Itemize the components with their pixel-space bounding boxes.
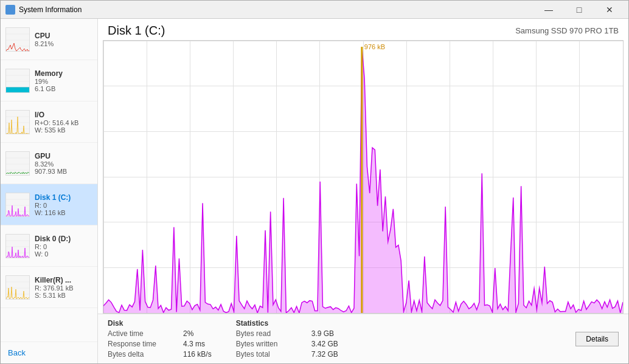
memory-label: Memory: [35, 69, 92, 78]
killer-thumbnail: [5, 275, 30, 300]
disk1-info: Disk 1 (C:) R: 0 W: 116 kB: [35, 193, 92, 216]
io-stat1: R+O: 516.4 kB: [35, 119, 92, 126]
gpu-stat1: 8.32%: [35, 160, 92, 168]
sidebar-item-killer[interactable]: Killer(R) ... R: 376.91 kB S: 5.31 kB: [1, 267, 97, 308]
io-stat2: W: 535 kB: [35, 126, 92, 134]
bytes-read-value: 3.9 GB: [311, 329, 334, 338]
active-time-label: Active time: [108, 329, 181, 338]
disk1-thumbnail: [5, 193, 30, 217]
stats-header-disk: Disk: [108, 319, 212, 328]
memory-thumbnail: [5, 69, 30, 93]
sidebar: CPU 8.21% Memory 19% 6.1 GB: [1, 19, 98, 363]
disk0-info: Disk 0 (D:) R: 0 W: 0: [35, 235, 92, 258]
memory-info: Memory 19% 6.1 GB: [35, 69, 92, 92]
bytes-total-label: Bytes total: [236, 350, 309, 359]
gpu-stat2: 907.93 MB: [35, 168, 92, 175]
close-button[interactable]: ✕: [596, 1, 624, 19]
content-area: CPU 8.21% Memory 19% 6.1 GB: [1, 19, 628, 363]
disk-title: Disk 1 (C:): [108, 24, 165, 38]
app-icon: [5, 5, 15, 15]
disk-section-label: Disk: [108, 319, 181, 328]
cpu-label: CPU: [35, 32, 92, 40]
bytes-total-value: 7.32 GB: [311, 350, 338, 359]
bytes-written-value: 3.42 GB: [311, 340, 338, 348]
minimize-button[interactable]: —: [535, 1, 563, 19]
bytes-written-label: Bytes written: [236, 340, 309, 348]
active-time-value: 2%: [183, 329, 193, 338]
response-time-label: Response time: [108, 340, 181, 348]
active-time-row: Active time 2%: [108, 329, 212, 338]
chart-area: [103, 40, 624, 314]
right-stats: Statistics Bytes read 3.9 GB Bytes writt…: [236, 319, 338, 359]
bytes-read-row: Bytes read 3.9 GB: [236, 329, 338, 338]
details-button[interactable]: Details: [575, 332, 619, 346]
window-controls: — □ ✕: [535, 1, 624, 19]
disk1-label: Disk 1 (C:): [35, 193, 92, 202]
sidebar-item-disk0[interactable]: Disk 0 (D:) R: 0 W: 0: [1, 225, 97, 267]
cpu-stat: 8.21%: [35, 40, 92, 47]
gpu-info: GPU 8.32% 907.93 MB: [35, 152, 92, 175]
disk1-stat2: W: 116 kB: [35, 209, 92, 216]
sidebar-item-memory[interactable]: Memory 19% 6.1 GB: [1, 60, 97, 101]
disk0-label: Disk 0 (D:): [35, 235, 92, 243]
bytes-delta-row: Bytes delta 116 kB/s: [108, 350, 212, 359]
maximize-button[interactable]: □: [565, 1, 593, 19]
disk-model: Samsung SSD 970 PRO 1TB: [515, 26, 619, 35]
back-button[interactable]: Back: [1, 342, 97, 363]
gpu-thumbnail: [5, 151, 30, 176]
bytes-written-row: Bytes written 3.42 GB: [236, 340, 338, 348]
bytes-delta-value: 116 kB/s: [183, 350, 212, 359]
killer-info: Killer(R) ... R: 376.91 kB S: 5.31 kB: [35, 276, 92, 299]
left-stats: Disk Active time 2% Response time 4.3 ms…: [108, 319, 212, 359]
bytes-total-row: Bytes total 7.32 GB: [236, 350, 338, 359]
gpu-label: GPU: [35, 152, 92, 160]
main-panel: Disk 1 (C:) Samsung SSD 970 PRO 1TB Disk…: [98, 19, 628, 363]
memory-stat2: 6.1 GB: [35, 85, 92, 92]
sidebar-item-gpu[interactable]: GPU 8.32% 907.93 MB: [1, 143, 97, 184]
killer-label: Killer(R) ...: [35, 276, 92, 284]
disk0-stat1: R: 0: [35, 243, 92, 250]
statistics-section-label: Statistics: [236, 319, 309, 328]
io-info: I/O R+O: 516.4 kB W: 535 kB: [35, 111, 92, 134]
cpu-info: CPU 8.21%: [35, 32, 92, 47]
main-header: Disk 1 (C:) Samsung SSD 970 PRO 1TB: [98, 19, 628, 40]
killer-stat1: R: 376.91 kB: [35, 284, 92, 292]
disk0-thumbnail: [5, 234, 30, 258]
window-title: System Information: [19, 5, 535, 14]
response-time-value: 4.3 ms: [183, 340, 205, 348]
memory-stat1: 19%: [35, 78, 92, 85]
io-thumbnail: [5, 110, 30, 134]
stats-bar: Disk Active time 2% Response time 4.3 ms…: [98, 314, 628, 363]
disk0-stat2: W: 0: [35, 250, 92, 258]
response-time-row: Response time 4.3 ms: [108, 340, 212, 348]
sidebar-item-disk1[interactable]: Disk 1 (C:) R: 0 W: 116 kB: [1, 184, 97, 225]
title-bar: System Information — □ ✕: [1, 1, 628, 19]
bytes-delta-label: Bytes delta: [108, 350, 181, 359]
stats-header-statistics: Statistics: [236, 319, 338, 328]
disk1-stat1: R: 0: [35, 202, 92, 209]
killer-stat2: S: 5.31 kB: [35, 292, 92, 299]
cpu-thumbnail: [5, 27, 30, 52]
sidebar-item-cpu[interactable]: CPU 8.21%: [1, 19, 97, 60]
bytes-read-label: Bytes read: [236, 329, 309, 338]
main-window: System Information — □ ✕ CPU 8.21%: [0, 0, 629, 364]
io-label: I/O: [35, 111, 92, 119]
sidebar-item-io[interactable]: I/O R+O: 516.4 kB W: 535 kB: [1, 101, 97, 143]
